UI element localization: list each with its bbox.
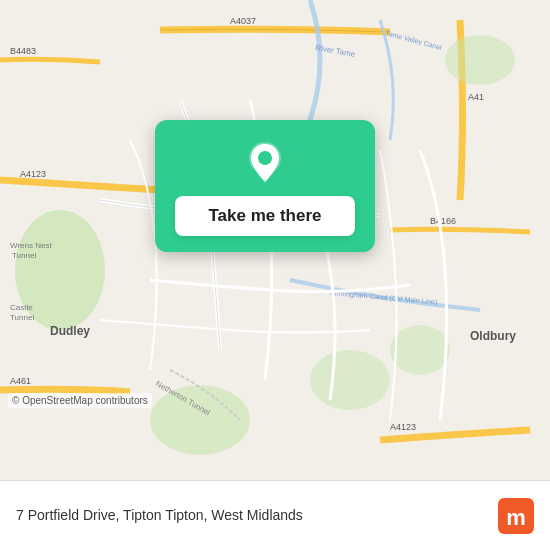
address-text: 7 Portfield Drive, Tipton Tipton, West M…: [16, 506, 498, 526]
svg-text:Oldbury: Oldbury: [470, 329, 516, 343]
svg-text:B4483: B4483: [10, 46, 36, 56]
location-pin-icon: [241, 138, 289, 186]
moovit-logo-icon: m: [498, 498, 534, 534]
bottom-bar: 7 Portfield Drive, Tipton Tipton, West M…: [0, 480, 550, 550]
svg-text:A4037: A4037: [230, 16, 256, 26]
moovit-logo: m: [498, 498, 534, 534]
svg-text:Tunnel: Tunnel: [12, 251, 36, 260]
svg-text:A461: A461: [10, 376, 31, 386]
take-me-there-button[interactable]: Take me there: [175, 196, 355, 236]
map-container: A4037 A41 A4123 A4123 B4483 B4166 A461 R…: [0, 0, 550, 480]
svg-text:Dudley: Dudley: [50, 324, 90, 338]
svg-point-8: [15, 210, 105, 330]
svg-text:Wrens Nest: Wrens Nest: [10, 241, 52, 250]
svg-point-9: [150, 385, 250, 455]
svg-text:m: m: [506, 505, 526, 530]
popup-card: Take me there: [155, 120, 375, 252]
svg-text:A4123: A4123: [20, 169, 46, 179]
svg-point-11: [445, 35, 515, 85]
svg-text:Tunnel: Tunnel: [10, 313, 34, 322]
svg-text:A41: A41: [468, 92, 484, 102]
svg-point-12: [390, 325, 450, 375]
svg-text:Castle: Castle: [10, 303, 33, 312]
svg-text:B4166: B4166: [430, 216, 456, 226]
svg-text:A4123: A4123: [390, 422, 416, 432]
svg-point-10: [310, 350, 390, 410]
svg-point-25: [258, 151, 272, 165]
map-attribution: © OpenStreetMap contributors: [8, 393, 152, 408]
